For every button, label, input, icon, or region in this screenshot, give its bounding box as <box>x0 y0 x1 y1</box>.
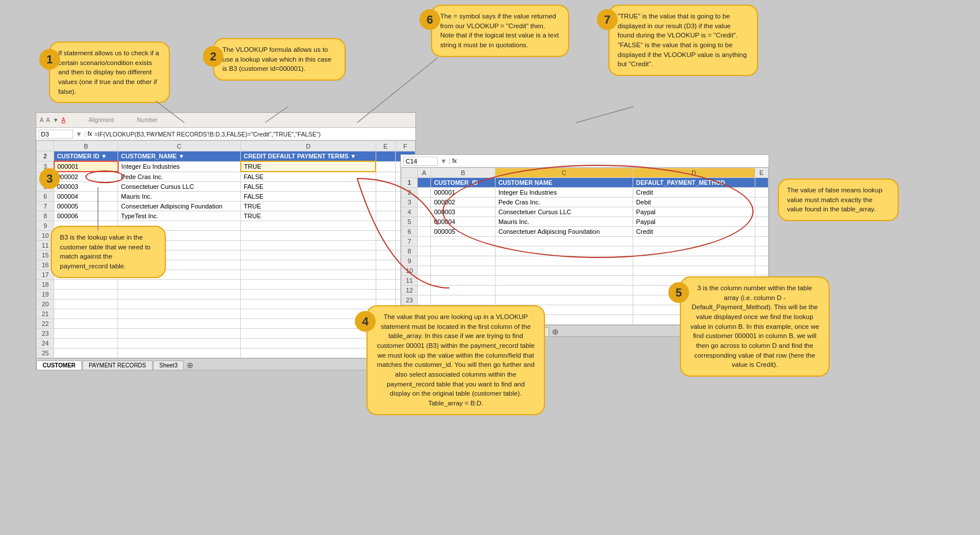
cell-b3: 000001 <box>54 161 118 172</box>
header-a-right <box>418 178 431 188</box>
cell-ref-left: D3 <box>39 130 73 139</box>
cell-d5r: Paypal <box>633 217 755 227</box>
tab-bar-left: CUSTOMER PAYMENT RECORDS Sheet3 ⊕ <box>36 358 415 370</box>
header-credit-payment: CREDIT DEFAULT PAYMENT TERMS ▼ <box>241 151 376 162</box>
cell-e3 <box>376 161 395 172</box>
tab-payment-records-left[interactable]: PAYMENT RECORDS <box>82 361 152 370</box>
cell-b5r: 000004 <box>431 217 495 227</box>
dropdown-icon: ▼ <box>440 157 447 165</box>
bubble-false-value: The value of false means lookup value mu… <box>778 179 899 221</box>
col-e-right: E <box>755 168 768 178</box>
header-customer-name-right: CUSTOMER NAME <box>495 178 633 188</box>
bubble-7: "TRUE" is the value that is going to be … <box>608 5 758 76</box>
bubble-3: B3 is the lookup value in the customer t… <box>51 226 166 278</box>
cell-e8 <box>376 211 395 221</box>
tab-icon-right: ⊕ <box>552 327 559 336</box>
formula-icon: ▼ <box>75 130 82 138</box>
cell-c5r: Mauris Inc. <box>495 217 633 227</box>
cell-d4: FALSE <box>241 172 376 182</box>
bubble-6: The = symbol says if the value returned … <box>431 5 569 57</box>
tab-customer-left[interactable]: CUSTOMER <box>36 361 82 370</box>
table-row: 3 000001 Integer Eu Industries TRUE <box>37 161 415 172</box>
cell-d2r: Credit <box>633 188 755 198</box>
cell-c3r: Pede Cras Inc. <box>495 198 633 207</box>
cell-b5: 000003 <box>54 182 118 192</box>
cell-c6: Mauris Inc. <box>118 192 241 202</box>
cell-e6 <box>376 192 395 202</box>
bubble3-text: B3 is the lookup value in the customer t… <box>60 234 150 270</box>
cell-e7 <box>376 202 395 211</box>
bubble1-text: If statement allows us to check if a cer… <box>58 50 159 95</box>
tab-icon: ⊕ <box>187 361 194 370</box>
col-b: B <box>54 141 118 151</box>
row-num-5r: 5 <box>402 217 418 227</box>
bubble-2: The VLOOKUP formula allows us to use a l… <box>213 38 346 81</box>
fx-icon: fx <box>85 131 92 137</box>
table-row: 2 000001 Integer Eu Industries Credit <box>402 188 769 198</box>
table-row: 19 <box>37 290 415 299</box>
cell-b6: 000004 <box>54 192 118 202</box>
row-num-9: 9 <box>37 221 54 231</box>
header-default-payment: DEFAULT_PAYMENT_METHOD <box>633 178 755 188</box>
formula-text-left: =IF(VLOOKUP(B3,'PAYMENT RECORDS'!B:D,3,F… <box>94 131 413 138</box>
main-container: 1 If statement allows us to check if a c… <box>0 0 980 535</box>
bubble6-text: The = symbol says if the value returned … <box>440 13 559 48</box>
table-row: 6 000004 Mauris Inc. FALSE <box>37 192 415 202</box>
table-row: 6 000005 Consectetuer Adipiscing Foundat… <box>402 227 769 237</box>
bubble-number-2: 2 <box>203 46 224 67</box>
row-num-7: 7 <box>37 202 54 211</box>
table-row: 4 000003 Consectetuer Cursus LLC Paypal <box>402 207 769 217</box>
col-headers-right: A B C D E <box>402 168 769 178</box>
table-row: 23 <box>37 329 415 339</box>
bubble-4: The value that you are looking up in a V… <box>366 305 545 415</box>
cell-d6r: Credit <box>633 227 755 237</box>
cell-b4: 000002 <box>54 172 118 182</box>
bubble4-text: The value that you are looking up in a V… <box>377 313 535 407</box>
col-d-right: D <box>633 168 755 178</box>
ss-toolbar-left: A A ▼ A Alignment Number <box>36 113 415 128</box>
table-row: 7 000005 Consectetuer Adipiscing Foundat… <box>37 202 415 211</box>
cell-d7: TRUE <box>241 202 376 211</box>
table-row: 8 000006 TypeTest Inc. TRUE <box>37 211 415 221</box>
table-row: 10 <box>402 266 769 276</box>
header-e <box>376 151 395 162</box>
col-d: D <box>241 141 376 151</box>
bubble-false-text: The value of false means lookup value mu… <box>787 187 883 213</box>
cell-c7: Consectetuer Adipiscing Foundation <box>118 202 241 211</box>
col-b-right: B <box>431 168 495 178</box>
header-customer-name: CUSTOMER_NAME ▼ <box>118 151 241 162</box>
header-row-right: 1 CUSTOMER_ID CUSTOMER NAME DEFAULT_PAYM… <box>402 178 769 188</box>
tab-sheet3-left[interactable]: Sheet3 <box>153 361 184 370</box>
col-c-right: C <box>495 168 633 178</box>
header-customer-id-right: CUSTOMER_ID <box>431 178 495 188</box>
row-num-8: 8 <box>37 211 54 221</box>
cell-c4: Pede Cras Inc. <box>118 172 241 182</box>
cell-ref-right: C14 <box>403 157 438 166</box>
table-row: 5 000003 Consectetuer Cursus LLC FALSE <box>37 182 415 192</box>
table-row: 20 <box>37 299 415 309</box>
table-row: 3 000002 Pede Cras Inc. Debit <box>402 198 769 207</box>
row-num-6r: 6 <box>402 227 418 237</box>
cell-c2r: Integer Eu Industries <box>495 188 633 198</box>
table-row: 24 <box>37 339 415 348</box>
header-e-right <box>755 178 768 188</box>
row-num-2r: 2 <box>402 188 418 198</box>
cell-b7: 000005 <box>54 202 118 211</box>
cell-c3: Integer Eu Industries <box>118 161 241 172</box>
col-a-right: A <box>418 168 431 178</box>
cell-d3r: Debit <box>633 198 755 207</box>
cell-b4r: 000003 <box>431 207 495 217</box>
cell-c5: Consectetuer Cursus LLC <box>118 182 241 192</box>
toolbar-text: A A ▼ A <box>40 117 65 123</box>
cell-d6: FALSE <box>241 192 376 202</box>
formula-bar-left: D3 ▼ fx =IF(VLOOKUP(B3,'PAYMENT RECORDS'… <box>36 128 415 141</box>
cell-d8: TRUE <box>241 211 376 221</box>
col-e: E <box>376 141 395 151</box>
bubble-number-7: 7 <box>597 9 618 30</box>
corner-right <box>402 168 418 178</box>
bubble5-text: 3 is the column number within the table … <box>690 284 819 368</box>
cell-b2r: 000001 <box>431 188 495 198</box>
row-num-3r: 3 <box>402 198 418 207</box>
cell-b3r: 000002 <box>431 198 495 207</box>
cell-d4r: Paypal <box>633 207 755 217</box>
